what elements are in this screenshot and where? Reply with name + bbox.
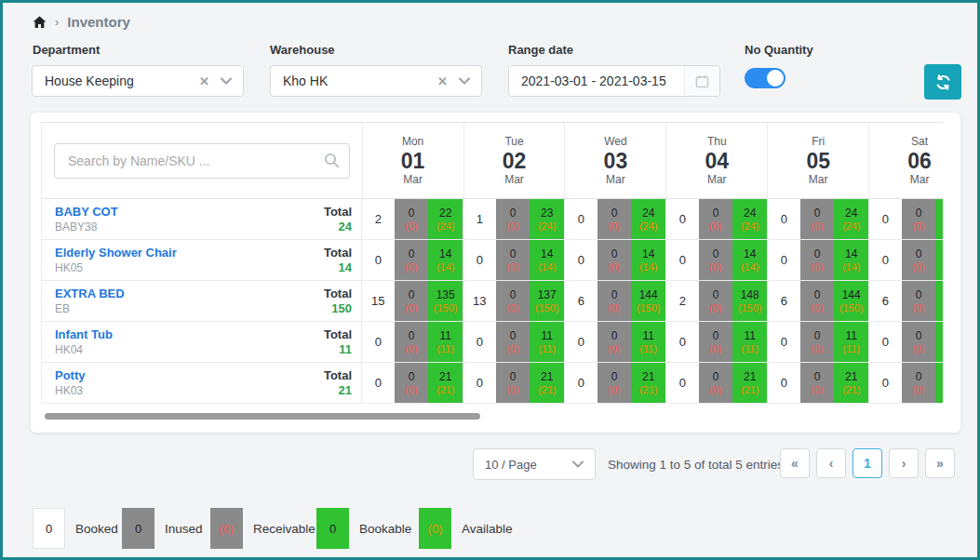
receivable-value: (0) (405, 260, 417, 273)
receivable-value: (0) (912, 260, 924, 273)
range-date-input[interactable]: 2021-03-01 - 2021-03-15 (508, 65, 720, 97)
bookable-value: 137 (538, 288, 557, 301)
booked-cell: 0 (768, 322, 800, 362)
horizontal-scrollbar[interactable] (45, 413, 480, 420)
bookable-available-cell: 14(14) (428, 240, 463, 280)
page-size-select[interactable]: 10 / Page (473, 448, 596, 480)
chevron-down-icon[interactable] (219, 77, 243, 85)
booked-cell: 0 (666, 363, 699, 403)
calendar-icon[interactable] (684, 66, 719, 96)
toggle-knob (767, 70, 784, 87)
item-name-link[interactable]: Infant Tub (55, 327, 113, 342)
inused-receivable-cell: 0(0) (902, 240, 936, 280)
day-number-label: 02 (503, 149, 527, 173)
day-cell-group: 00(0)14(14) (767, 240, 868, 280)
no-quantity-toggle[interactable] (745, 68, 785, 88)
booked-cell: 0 (666, 322, 699, 362)
receivable-value: (0) (506, 220, 518, 233)
bookable-available-cell: 14(14) (631, 240, 665, 280)
inused-value: 0 (713, 370, 719, 383)
day-cell-group: 00(0)14(14) (665, 240, 767, 280)
page-1-button[interactable]: 1 (852, 448, 882, 478)
available-value: (150) (637, 301, 661, 314)
legend-item-booked: 0Booked (33, 508, 118, 549)
bookable-value: 11 (642, 329, 653, 342)
receivable-value: (0) (506, 383, 518, 396)
booked-cell: 0 (463, 322, 496, 362)
bookable-value: 144 (639, 288, 658, 301)
first-page-button[interactable]: « (780, 448, 810, 478)
refresh-button[interactable] (924, 64, 961, 100)
available-value: (11) (538, 342, 556, 355)
bookable-value: 23 (541, 207, 553, 220)
item-name-link[interactable]: Potty (55, 367, 86, 383)
legend-swatch-bookable: 0 (316, 508, 349, 549)
chevron-down-icon[interactable] (457, 77, 481, 85)
item-identity: Elderly Shower ChairHK05 (55, 245, 177, 275)
range-date-label: Range date (508, 43, 573, 57)
inused-value: 0 (409, 329, 415, 342)
booked-cell: 0 (768, 240, 800, 280)
inused-receivable-cell: 0(0) (800, 199, 835, 239)
last-page-button[interactable]: » (925, 448, 955, 478)
day-header: Mon01Mar (362, 123, 463, 198)
receivable-value: (0) (912, 342, 924, 355)
item-identity: EXTRA BEDEB (55, 286, 125, 316)
day-cell-group: 20(0)22(24) (361, 199, 463, 239)
available-value: (14) (436, 260, 455, 273)
inused-value: 0 (409, 288, 415, 301)
day-cell-group: 00(0)24(24) (564, 199, 665, 239)
home-icon[interactable] (33, 16, 47, 29)
item-identity: BABY COTBABY38 (55, 204, 118, 234)
booked-cell: 0 (463, 363, 496, 403)
bookable-value: 24 (845, 207, 857, 220)
department-clear-icon[interactable]: ✕ (190, 74, 219, 88)
inused-receivable-cell: 0(0) (597, 240, 632, 280)
bookable-available-cell (935, 363, 943, 403)
receivable-value: (0) (506, 260, 518, 273)
table-header-row: Mon01MarTue02MarWed03MarThu04MarFri05Mar… (42, 123, 943, 199)
day-cell-group: 00(0) (868, 322, 943, 362)
inused-receivable-cell: 0(0) (395, 281, 429, 321)
booked-cell: 0 (565, 240, 597, 280)
bookable-value: 135 (436, 288, 455, 301)
available-value: (24) (538, 220, 557, 233)
receivable-value: (0) (709, 383, 721, 396)
bookable-available-cell: 21(21) (834, 363, 868, 403)
item-name-link[interactable]: BABY COT (55, 204, 118, 220)
breadcrumb-current[interactable]: Inventory (67, 14, 130, 30)
day-of-week-label: Thu (707, 135, 727, 149)
available-value: (21) (639, 383, 658, 396)
warehouse-select[interactable]: Kho HK ✕ (270, 65, 482, 97)
day-of-week-label: Fri (812, 135, 825, 149)
bookable-value: 144 (842, 288, 861, 301)
item-sku: HK03 (55, 383, 86, 398)
booked-cell: 1 (463, 199, 496, 239)
bookable-available-cell: 137(150) (530, 281, 564, 321)
inused-value: 0 (409, 370, 415, 383)
bookable-available-cell (935, 281, 943, 321)
department-select[interactable]: House Keeping ✕ (32, 65, 244, 97)
day-number-label: 04 (705, 149, 729, 173)
page-size-value: 10 / Page (485, 458, 571, 472)
warehouse-label: Warehouse (270, 43, 335, 57)
day-of-week-label: Sat (911, 135, 928, 149)
bookable-value: 24 (744, 207, 756, 220)
booked-cell: 0 (869, 240, 902, 280)
item-name-link[interactable]: Elderly Shower Chair (55, 245, 177, 260)
table-row: BABY COTBABY38Total2420(0)22(24)10(0)23(… (42, 199, 943, 240)
available-value: (24) (741, 220, 759, 233)
no-quantity-label: No Quantity (745, 43, 813, 57)
prev-page-button[interactable]: ‹ (816, 448, 846, 478)
bookable-available-cell: 24(24) (834, 199, 868, 239)
next-page-button[interactable]: › (889, 448, 919, 478)
warehouse-clear-icon[interactable]: ✕ (428, 74, 457, 88)
search-input[interactable] (54, 143, 350, 179)
inused-value: 0 (510, 329, 517, 342)
day-cell-group: 00(0)21(21) (767, 363, 868, 403)
item-name-link[interactable]: EXTRA BED (55, 286, 125, 301)
booked-cell: 0 (768, 363, 800, 403)
legend-swatch-inused: 0 (122, 508, 154, 549)
legend-label: Available (462, 522, 513, 536)
receivable-value: (0) (506, 301, 518, 314)
